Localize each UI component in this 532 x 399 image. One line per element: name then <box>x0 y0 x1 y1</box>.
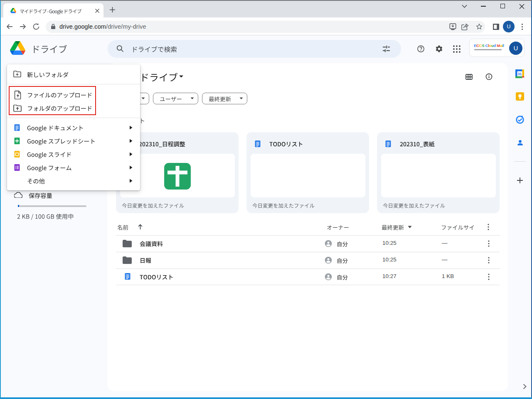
svg-text:31: 31 <box>518 72 522 76</box>
